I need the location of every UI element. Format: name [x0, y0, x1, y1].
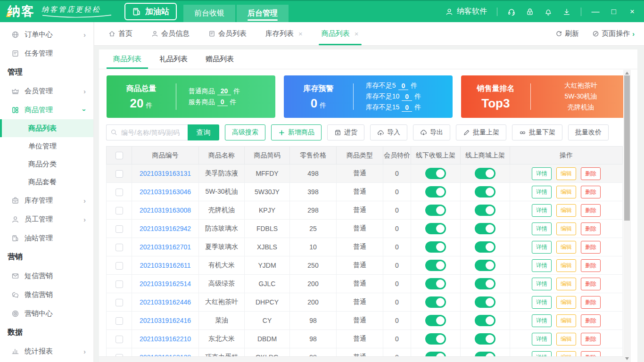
row-checkbox[interactable]: [116, 280, 123, 288]
delete-button[interactable]: 删除: [581, 241, 601, 254]
detail-button[interactable]: 详情: [532, 278, 552, 290]
product-id-link[interactable]: 20210319162942: [140, 225, 191, 232]
page-ops-button[interactable]: 页面操作 ›: [592, 29, 635, 38]
gas-station-button[interactable]: 加油站: [124, 3, 177, 20]
offline-toggle[interactable]: [425, 205, 446, 216]
delete-button[interactable]: 删除: [581, 186, 601, 198]
detail-button[interactable]: 详情: [532, 222, 552, 235]
row-checkbox[interactable]: [116, 170, 123, 178]
refresh-button[interactable]: 刷新: [555, 29, 579, 38]
sidebar-item[interactable]: 营销中心: [0, 304, 93, 323]
detail-button[interactable]: 详情: [532, 296, 552, 309]
minimize-button[interactable]: —: [591, 8, 600, 16]
close-button[interactable]: ×: [628, 8, 636, 16]
online-toggle[interactable]: [475, 186, 495, 197]
offline-toggle[interactable]: [425, 278, 446, 289]
product-id-link[interactable]: 20210319163131: [140, 170, 191, 177]
toolbar-button[interactable]: 进货: [327, 124, 364, 140]
sidebar-item[interactable]: 库存管理›: [0, 191, 93, 210]
edit-button[interactable]: 编辑: [556, 222, 576, 235]
page-tab[interactable]: 商品列表×: [322, 22, 359, 45]
sidebar-subitem[interactable]: 单位管理: [0, 137, 93, 155]
toolbar-button[interactable]: 新增商品: [271, 124, 322, 140]
offline-toggle[interactable]: [425, 260, 446, 271]
scroll-up-arrow[interactable]: [625, 72, 629, 74]
delete-button[interactable]: 删除: [581, 204, 601, 217]
sidebar-subitem[interactable]: 商品套餐: [0, 173, 93, 191]
scrollbar-thumb[interactable]: [624, 75, 630, 221]
online-toggle[interactable]: [475, 278, 495, 289]
toolbar-button[interactable]: 批量改价: [568, 124, 609, 140]
delete-button[interactable]: 删除: [581, 278, 601, 290]
edit-button[interactable]: 编辑: [556, 241, 576, 254]
edit-button[interactable]: 编辑: [556, 204, 576, 217]
offline-toggle[interactable]: [425, 241, 446, 253]
edit-button[interactable]: 编辑: [556, 333, 576, 346]
search-input[interactable]: [106, 124, 188, 140]
sidebar-subitem[interactable]: 商品列表: [0, 119, 93, 137]
product-id-link[interactable]: 20210319162514: [140, 280, 191, 288]
offline-toggle[interactable]: [425, 296, 446, 308]
headset-icon[interactable]: [507, 8, 516, 16]
row-checkbox[interactable]: [116, 225, 123, 233]
delete-button[interactable]: 删除: [581, 167, 601, 180]
horizontal-scrollbar-track[interactable]: [99, 356, 630, 362]
offline-toggle[interactable]: [425, 315, 446, 326]
sidebar-item[interactable]: 员工管理›: [0, 210, 93, 229]
sidebar-item[interactable]: 任务管理: [0, 44, 93, 63]
row-checkbox[interactable]: [116, 207, 123, 214]
row-checkbox[interactable]: [116, 244, 123, 251]
offline-toggle[interactable]: [425, 223, 446, 234]
detail-button[interactable]: 详情: [532, 204, 552, 217]
edit-button[interactable]: 编辑: [556, 278, 576, 290]
offline-toggle[interactable]: [425, 333, 446, 345]
online-toggle[interactable]: [475, 168, 495, 179]
online-toggle[interactable]: [475, 296, 495, 308]
product-id-link[interactable]: 20210319162701: [140, 243, 191, 251]
edit-button[interactable]: 编辑: [556, 259, 576, 272]
maximize-button[interactable]: □: [610, 8, 618, 16]
online-toggle[interactable]: [475, 333, 495, 345]
detail-button[interactable]: 详情: [532, 167, 552, 180]
header-nav-tab[interactable]: 后台管理: [237, 5, 289, 22]
scroll-down-arrow[interactable]: [625, 357, 629, 360]
vertical-scrollbar[interactable]: [623, 70, 631, 362]
row-checkbox[interactable]: [116, 336, 123, 343]
sidebar-item[interactable]: 商品管理›: [0, 100, 93, 119]
delete-button[interactable]: 删除: [581, 222, 601, 235]
sidebar-item[interactable]: 统计报表›: [0, 342, 93, 361]
edit-button[interactable]: 编辑: [556, 186, 576, 198]
delete-button[interactable]: 删除: [581, 314, 601, 327]
product-id-link[interactable]: 20210319162611: [140, 262, 191, 269]
content-tab[interactable]: 商品列表: [111, 49, 143, 69]
detail-button[interactable]: 详情: [532, 241, 552, 254]
online-toggle[interactable]: [475, 315, 495, 326]
edit-button[interactable]: 编辑: [556, 296, 576, 309]
row-checkbox[interactable]: [116, 299, 123, 306]
delete-button[interactable]: 删除: [581, 296, 601, 309]
product-id-link[interactable]: 20210319162416: [140, 317, 191, 324]
sidebar-item[interactable]: 油站管理: [0, 229, 93, 247]
toolbar-button[interactable]: 批量下架: [512, 124, 562, 140]
detail-button[interactable]: 详情: [532, 333, 552, 346]
offline-toggle[interactable]: [425, 168, 446, 179]
content-tab[interactable]: 礼品列表: [157, 49, 190, 69]
toolbar-button[interactable]: 批量上架: [456, 124, 506, 140]
online-toggle[interactable]: [475, 260, 495, 271]
product-id-link[interactable]: 20210319162446: [140, 298, 191, 306]
toolbar-button[interactable]: 导入: [370, 124, 407, 140]
search-button[interactable]: 查询: [188, 124, 219, 140]
edit-button[interactable]: 编辑: [556, 167, 576, 180]
page-tab[interactable]: 首页: [108, 22, 132, 45]
edit-button[interactable]: 编辑: [556, 314, 576, 327]
product-id-link[interactable]: 20210319162210: [140, 335, 191, 343]
select-all-checkbox[interactable]: [116, 152, 123, 159]
row-checkbox[interactable]: [116, 262, 123, 270]
bell-icon[interactable]: [544, 8, 553, 16]
row-checkbox[interactable]: [116, 317, 123, 325]
page-tab[interactable]: 库存列表×: [265, 22, 303, 45]
offline-toggle[interactable]: [425, 186, 446, 197]
sidebar-subitem[interactable]: 商品分类: [0, 155, 93, 173]
user-box[interactable]: 纳客软件: [445, 7, 487, 16]
product-id-link[interactable]: 20210319163008: [140, 206, 191, 214]
